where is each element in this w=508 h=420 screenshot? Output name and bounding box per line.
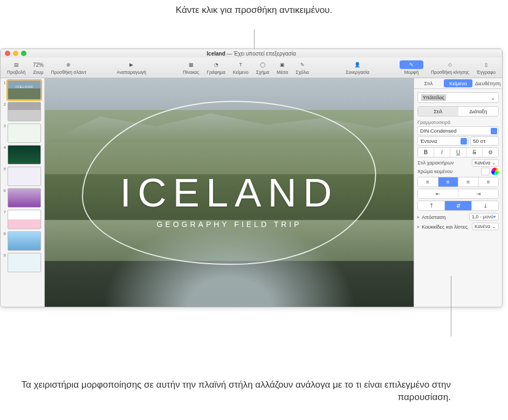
bullets-disclosure[interactable]: Κουκκίδες και λίστες Κανένα⌄ (417, 223, 499, 230)
shape-icon: ◯ (258, 60, 267, 69)
callout-line (254, 29, 255, 49)
v-align-row: ⤒ ⇵ ⤓ (417, 201, 499, 211)
thumbnail[interactable]: 1 (2, 80, 43, 100)
format-button[interactable]: ✎ Μορφή (396, 59, 427, 76)
text-icon: T (236, 60, 245, 69)
chevron-down-icon: ⌄ (491, 95, 495, 101)
chart-button[interactable]: ◔ Γράφημα (203, 59, 228, 76)
format-icon: ✎ (400, 60, 423, 69)
font-style-row: B I U S ⚙ (417, 147, 499, 157)
text-color-swatch[interactable] (481, 168, 490, 175)
shape-button[interactable]: ◯ Σχήμα (253, 59, 272, 76)
color-picker-icon[interactable] (491, 168, 499, 175)
thumbnail[interactable]: 3 (2, 123, 43, 143)
align-top-button[interactable]: ⤒ (418, 201, 445, 210)
indent-button[interactable]: ⇥ (458, 189, 498, 198)
subtab-layout[interactable]: Διάταξη (458, 107, 499, 116)
animate-button[interactable]: ◇ Προσθήκη κίνησης (428, 59, 472, 76)
thumbnail[interactable]: 2 (2, 102, 43, 121)
chart-icon: ◔ (211, 60, 221, 69)
callout-top: Κάντε κλικ για προσθήκη αντικειμένου. (176, 4, 332, 17)
play-icon: ▶ (127, 60, 136, 69)
align-justify-button[interactable]: ≡ (479, 177, 499, 187)
collaborate-button[interactable]: 👤 Συνεργασία (342, 59, 373, 76)
view-button[interactable]: ▤ Προβολή (4, 59, 29, 76)
thumbnail[interactable]: 9 (2, 253, 43, 272)
tab-style[interactable]: Στιλ (414, 78, 443, 88)
align-middle-button[interactable]: ⇵ (445, 201, 472, 210)
view-icon: ▤ (11, 60, 21, 69)
indent-row: ⇤ ⇥ (417, 189, 499, 199)
zoom-button[interactable]: 72% Ζουμ (30, 59, 46, 76)
toolbar: ▤ Προβολή 72% Ζουμ ⊕ Προσθήκη σλάιντ ▶ Α… (1, 58, 502, 78)
font-section-label: Γραμματοσειρά (417, 120, 499, 125)
spacing-select[interactable]: 1,0 - μονό▾ (469, 213, 499, 221)
italic-button[interactable]: I (434, 148, 450, 157)
thumbnail[interactable]: 7 (2, 210, 43, 229)
align-bottom-button[interactable]: ⤓ (472, 201, 498, 210)
align-left-button[interactable]: ≡ (418, 177, 438, 187)
add-slide-icon: ⊕ (64, 60, 73, 69)
tab-text[interactable]: Κείμενο (444, 79, 472, 87)
subtab-style[interactable]: Στιλ (418, 107, 458, 116)
play-button[interactable]: ▶ Αναπαραγωγή (113, 59, 149, 76)
animate-icon: ◇ (445, 60, 455, 69)
comment-icon: ✎ (298, 60, 307, 69)
char-style-label: Στιλ χαρακτήρων (417, 160, 470, 166)
slide-subtitle[interactable]: GEOGRAPHY FIELD TRIP (156, 220, 301, 229)
underline-button[interactable]: U (450, 148, 466, 157)
h-align-row: ≡ ≡ ≡ ≡ (417, 177, 499, 187)
text-color-label: Χρώμα κειμένου (417, 169, 479, 174)
paragraph-style-select[interactable]: Υπότιτλος ⌄ (417, 92, 499, 103)
char-style-select[interactable]: Κανένα⌄ (472, 159, 499, 167)
inspector-tabs: Στιλ Κείμενο Διευθέτηση (414, 78, 502, 89)
strike-button[interactable]: S (466, 148, 483, 157)
zoom-value: 72% (33, 60, 43, 69)
outdent-button[interactable]: ⇤ (418, 189, 458, 198)
slide-title[interactable]: ICELAND (120, 170, 339, 216)
align-center-button[interactable]: ≡ (438, 177, 459, 187)
font-weight-select[interactable]: Έντονα (417, 136, 469, 146)
add-slide-button[interactable]: ⊕ Προσθήκη σλάιντ (48, 59, 90, 76)
advanced-gear[interactable]: ⚙ (483, 148, 498, 157)
media-icon: ▣ (278, 60, 287, 69)
align-right-button[interactable]: ≡ (458, 177, 479, 187)
text-subtabs: Στιλ Διάταξη (417, 106, 499, 116)
thumbnail[interactable]: 8 (2, 231, 43, 251)
text-button[interactable]: T Κείμενο (230, 59, 252, 76)
document-icon: ▯ (481, 60, 491, 69)
app-window: Iceland — Έχει υποστεί επεξεργασία ▤ Προ… (0, 49, 503, 307)
bullets-select[interactable]: Κανένα⌄ (472, 223, 499, 230)
bold-button[interactable]: B (418, 148, 434, 157)
table-icon: ▦ (186, 60, 196, 69)
thumbnail[interactable]: 6 (2, 188, 43, 208)
font-family-select[interactable]: DIN Condensed (417, 126, 499, 135)
media-button[interactable]: ▣ Μέσα (273, 59, 291, 76)
slide-navigator[interactable]: 1 2 3 4 5 6 7 8 9 (1, 78, 45, 307)
comment-button[interactable]: ✎ Σχόλιο (292, 59, 312, 76)
spacing-disclosure[interactable]: Απόσταση 1,0 - μονό▾ (417, 213, 499, 221)
slide-canvas[interactable]: ICELAND GEOGRAPHY FIELD TRIP (45, 78, 414, 307)
format-inspector: Στιλ Κείμενο Διευθέτηση Υπότιτλος ⌄ Στιλ… (414, 78, 502, 307)
tab-arrange[interactable]: Διευθέτηση (473, 78, 502, 88)
callout-bottom: Τα χειριστήρια μορφοποίησης σε αυτήν την… (0, 379, 451, 404)
document-title: Iceland — Έχει υποστεί επεξεργασία (1, 51, 502, 57)
table-button[interactable]: ▦ Πίνακας (180, 59, 202, 76)
callout-line (451, 276, 451, 336)
document-button[interactable]: ▯ Έγγραφο (473, 59, 499, 76)
titlebar: Iceland — Έχει υποστεί επεξεργασία (1, 49, 502, 58)
collaborate-icon: 👤 (353, 60, 362, 69)
thumbnail[interactable]: 4 (2, 145, 43, 164)
font-size-stepper[interactable]: 50 στ (470, 136, 499, 146)
thumbnail[interactable]: 5 (2, 167, 43, 186)
